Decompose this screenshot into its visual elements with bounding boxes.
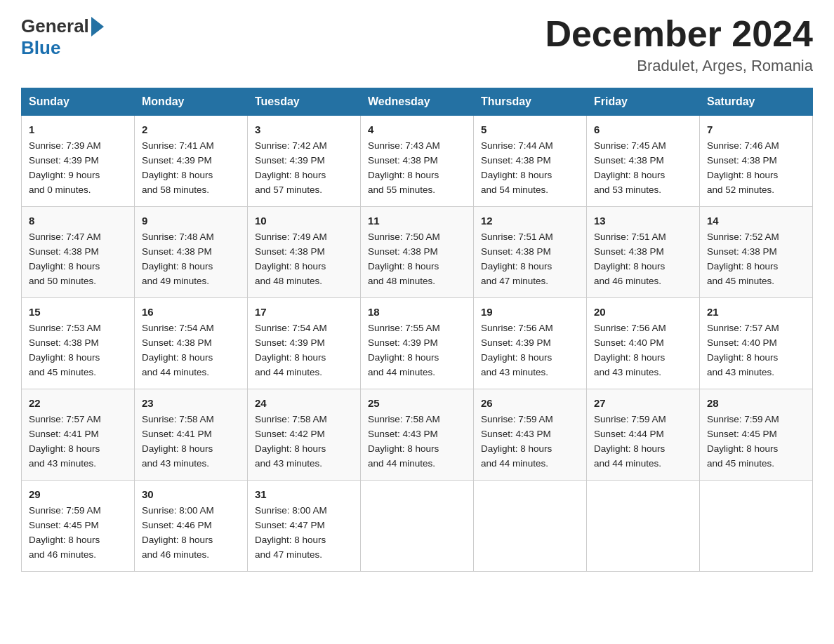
calendar-cell: 20Sunrise: 7:56 AMSunset: 4:40 PMDayligh… [587, 298, 700, 389]
day-number: 13 [594, 213, 692, 229]
day-number: 7 [707, 121, 805, 137]
day-number: 21 [707, 304, 805, 320]
subtitle: Bradulet, Arges, Romania [545, 57, 813, 75]
calendar-cell: 3Sunrise: 7:42 AMSunset: 4:39 PMDaylight… [248, 116, 361, 207]
week-row-5: 29Sunrise: 7:59 AMSunset: 4:45 PMDayligh… [22, 480, 813, 571]
calendar-cell: 24Sunrise: 7:58 AMSunset: 4:42 PMDayligh… [248, 389, 361, 481]
day-number: 9 [142, 213, 240, 229]
day-number: 5 [481, 121, 579, 137]
day-number: 26 [481, 395, 579, 411]
calendar-cell: 6Sunrise: 7:45 AMSunset: 4:38 PMDaylight… [587, 116, 700, 207]
day-number: 16 [142, 304, 240, 320]
calendar-cell: 27Sunrise: 7:59 AMSunset: 4:44 PMDayligh… [587, 389, 700, 481]
calendar-cell: 2Sunrise: 7:41 AMSunset: 4:39 PMDaylight… [135, 116, 248, 207]
day-number: 1 [29, 121, 127, 137]
day-number: 22 [29, 395, 127, 411]
day-number: 19 [481, 304, 579, 320]
calendar-cell: 25Sunrise: 7:58 AMSunset: 4:43 PMDayligh… [361, 389, 474, 481]
day-number: 3 [255, 121, 353, 137]
calendar-cell: 13Sunrise: 7:51 AMSunset: 4:38 PMDayligh… [587, 207, 700, 298]
day-number: 12 [481, 213, 579, 229]
title-area: December 2024 Bradulet, Arges, Romania [545, 14, 813, 75]
day-number: 8 [29, 213, 127, 229]
day-number: 24 [255, 395, 353, 411]
calendar-cell: 21Sunrise: 7:57 AMSunset: 4:40 PMDayligh… [700, 298, 813, 389]
logo: General Blue [21, 15, 105, 59]
calendar-cell: 10Sunrise: 7:49 AMSunset: 4:38 PMDayligh… [248, 207, 361, 298]
day-number: 28 [707, 395, 805, 411]
logo-triangle-icon [91, 17, 104, 36]
week-row-4: 22Sunrise: 7:57 AMSunset: 4:41 PMDayligh… [22, 389, 813, 481]
calendar-cell: 26Sunrise: 7:59 AMSunset: 4:43 PMDayligh… [474, 389, 587, 481]
day-number: 11 [368, 213, 466, 229]
page-header: General Blue December 2024 Bradulet, Arg… [21, 14, 813, 75]
column-header-thursday: Thursday [474, 88, 587, 116]
calendar-cell: 15Sunrise: 7:53 AMSunset: 4:38 PMDayligh… [22, 298, 135, 389]
logo-blue-text: Blue [21, 37, 60, 59]
day-number: 14 [707, 213, 805, 229]
calendar-cell: 1Sunrise: 7:39 AMSunset: 4:39 PMDaylight… [22, 116, 135, 207]
column-header-saturday: Saturday [700, 88, 813, 116]
calendar-cell: 18Sunrise: 7:55 AMSunset: 4:39 PMDayligh… [361, 298, 474, 389]
day-number: 15 [29, 304, 127, 320]
day-number: 25 [368, 395, 466, 411]
calendar-cell: 28Sunrise: 7:59 AMSunset: 4:45 PMDayligh… [700, 389, 813, 481]
week-row-2: 8Sunrise: 7:47 AMSunset: 4:38 PMDaylight… [22, 207, 813, 298]
column-header-friday: Friday [587, 88, 700, 116]
calendar-cell: 17Sunrise: 7:54 AMSunset: 4:39 PMDayligh… [248, 298, 361, 389]
calendar-cell: 11Sunrise: 7:50 AMSunset: 4:38 PMDayligh… [361, 207, 474, 298]
day-number: 18 [368, 304, 466, 320]
day-number: 23 [142, 395, 240, 411]
day-number: 29 [29, 486, 127, 502]
calendar-cell: 22Sunrise: 7:57 AMSunset: 4:41 PMDayligh… [22, 389, 135, 481]
day-number: 2 [142, 121, 240, 137]
day-number: 6 [594, 121, 692, 137]
calendar-cell [587, 480, 700, 571]
column-header-monday: Monday [135, 88, 248, 116]
calendar-cell [700, 480, 813, 571]
calendar-cell: 8Sunrise: 7:47 AMSunset: 4:38 PMDaylight… [22, 207, 135, 298]
calendar-cell: 5Sunrise: 7:44 AMSunset: 4:38 PMDaylight… [474, 116, 587, 207]
calendar-cell: 29Sunrise: 7:59 AMSunset: 4:45 PMDayligh… [22, 480, 135, 571]
calendar-cell: 14Sunrise: 7:52 AMSunset: 4:38 PMDayligh… [700, 207, 813, 298]
calendar-cell: 30Sunrise: 8:00 AMSunset: 4:46 PMDayligh… [135, 480, 248, 571]
column-header-tuesday: Tuesday [248, 88, 361, 116]
calendar-header-row: SundayMondayTuesdayWednesdayThursdayFrid… [22, 88, 813, 116]
calendar-cell: 31Sunrise: 8:00 AMSunset: 4:47 PMDayligh… [248, 480, 361, 571]
day-number: 4 [368, 121, 466, 137]
logo-general: General [21, 15, 105, 37]
calendar-cell: 7Sunrise: 7:46 AMSunset: 4:38 PMDaylight… [700, 116, 813, 207]
logo-general-text: General [21, 15, 89, 37]
day-number: 31 [255, 486, 353, 502]
day-number: 10 [255, 213, 353, 229]
calendar-cell: 12Sunrise: 7:51 AMSunset: 4:38 PMDayligh… [474, 207, 587, 298]
day-number: 20 [594, 304, 692, 320]
calendar-cell: 4Sunrise: 7:43 AMSunset: 4:38 PMDaylight… [361, 116, 474, 207]
calendar-cell [361, 480, 474, 571]
week-row-1: 1Sunrise: 7:39 AMSunset: 4:39 PMDaylight… [22, 116, 813, 207]
day-number: 30 [142, 486, 240, 502]
column-header-sunday: Sunday [22, 88, 135, 116]
logo-blue: Blue [21, 37, 105, 59]
calendar-cell: 9Sunrise: 7:48 AMSunset: 4:38 PMDaylight… [135, 207, 248, 298]
calendar-cell: 16Sunrise: 7:54 AMSunset: 4:38 PMDayligh… [135, 298, 248, 389]
calendar-cell: 19Sunrise: 7:56 AMSunset: 4:39 PMDayligh… [474, 298, 587, 389]
column-header-wednesday: Wednesday [361, 88, 474, 116]
main-title: December 2024 [545, 14, 813, 54]
day-number: 27 [594, 395, 692, 411]
week-row-3: 15Sunrise: 7:53 AMSunset: 4:38 PMDayligh… [22, 298, 813, 389]
calendar-cell [474, 480, 587, 571]
calendar-table: SundayMondayTuesdayWednesdayThursdayFrid… [21, 88, 813, 572]
day-number: 17 [255, 304, 353, 320]
calendar-cell: 23Sunrise: 7:58 AMSunset: 4:41 PMDayligh… [135, 389, 248, 481]
